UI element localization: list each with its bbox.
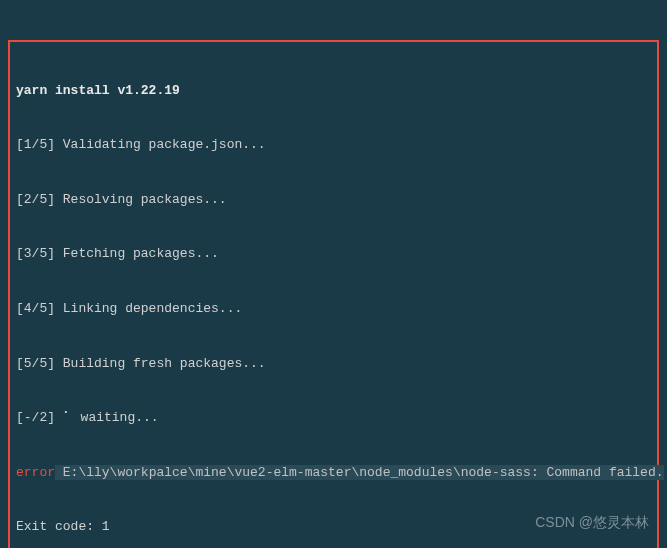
error-path: E:\lly\workpalce\mine\vue2-elm-master\no…	[55, 465, 664, 480]
step-line: [2/5] Resolving packages...	[16, 191, 651, 209]
yarn-command: yarn install v1.22.19	[16, 82, 651, 100]
error-label: error	[16, 465, 55, 480]
step-line: [-/2] ⠁ waiting...	[16, 409, 651, 427]
watermark: CSDN @悠灵本林	[535, 514, 649, 532]
error-highlight-box: yarn install v1.22.19 [1/5] Validating p…	[8, 40, 659, 548]
step-line: [5/5] Building fresh packages...	[16, 355, 651, 373]
step-line: [1/5] Validating package.json...	[16, 136, 651, 154]
error-line: error E:\lly\workpalce\mine\vue2-elm-mas…	[16, 464, 651, 482]
step-line: [4/5] Linking dependencies...	[16, 300, 651, 318]
terminal-output: yarn install v1.22.19 [1/5] Validating p…	[8, 4, 659, 548]
step-line: [3/5] Fetching packages...	[16, 245, 651, 263]
